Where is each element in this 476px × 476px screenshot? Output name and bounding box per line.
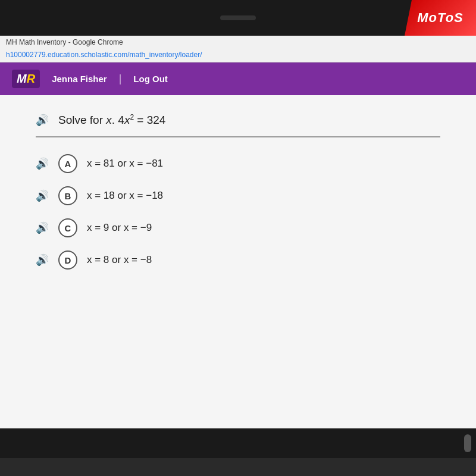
- question-divider: [36, 136, 440, 137]
- question-text: Solve for x. 4x2 = 324: [58, 113, 165, 127]
- option-c-circle: C: [58, 218, 77, 237]
- option-a-sound-icon[interactable]: 🔊: [36, 157, 49, 170]
- option-d-sound-icon[interactable]: 🔊: [36, 253, 49, 267]
- browser-title-bar: MH Math Inventory - Google Chrome: [0, 36, 476, 49]
- app-header: MR Jenna Fisher | Log Out: [0, 62, 476, 95]
- main-content: 🔊 Solve for x. 4x2 = 324 🔊 A x = 81 or x…: [0, 95, 476, 428]
- header-divider: |: [119, 73, 122, 85]
- logo-r: R: [27, 72, 35, 85]
- option-a-text: x = 81 or x = −81: [87, 158, 163, 170]
- scroll-indicator: [464, 434, 471, 452]
- app-logo: MR: [12, 70, 40, 88]
- option-c-sound-icon[interactable]: 🔊: [36, 221, 49, 234]
- option-b[interactable]: 🔊 B x = 18 or x = −18: [36, 186, 440, 205]
- option-d-text: x = 8 or x = −8: [87, 254, 152, 266]
- answer-options: 🔊 A x = 81 or x = −81 🔊 B x = 18 or x = …: [36, 154, 440, 270]
- option-c[interactable]: 🔊 C x = 9 or x = −9: [36, 218, 440, 237]
- question-sound-icon[interactable]: 🔊: [36, 114, 49, 127]
- bottom-bezel: [0, 428, 476, 458]
- option-a[interactable]: 🔊 A x = 81 or x = −81: [36, 154, 440, 173]
- moto-logo: MoToS: [405, 0, 476, 36]
- question-header: 🔊 Solve for x. 4x2 = 324: [36, 113, 440, 127]
- header-username: Jenna Fisher: [52, 74, 107, 84]
- option-d[interactable]: 🔊 D x = 8 or x = −8: [36, 250, 440, 270]
- option-d-circle: D: [58, 250, 77, 270]
- browser-address-bar[interactable]: h100002779.education.scholastic.com/math…: [0, 49, 476, 62]
- logout-button[interactable]: Log Out: [133, 74, 167, 84]
- camera-notch: [220, 15, 256, 20]
- option-a-circle: A: [58, 154, 77, 173]
- option-b-text: x = 18 or x = −18: [87, 190, 163, 202]
- option-c-text: x = 9 or x = −9: [87, 222, 152, 234]
- option-b-sound-icon[interactable]: 🔊: [36, 189, 49, 202]
- top-bezel: MoToS: [0, 0, 476, 36]
- browser-chrome: MH Math Inventory - Google Chrome h10000…: [0, 36, 476, 62]
- option-b-circle: B: [58, 186, 77, 205]
